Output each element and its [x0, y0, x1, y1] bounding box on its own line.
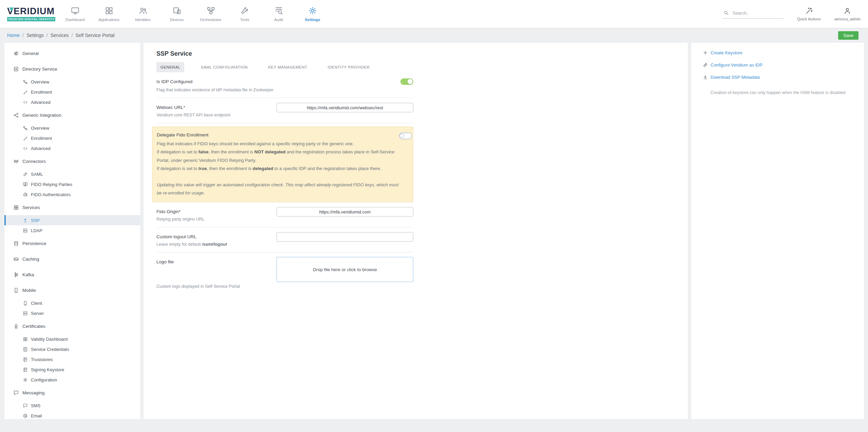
- sidebar-item-connectors-saml[interactable]: SAML: [4, 169, 140, 179]
- breadcrumb-item-home[interactable]: Home: [7, 33, 20, 38]
- sidebar-item-certificates-truststores[interactable]: Truststores: [4, 354, 140, 364]
- settings-icon: [308, 6, 317, 15]
- panel-link-label: Configure Veridium as IDP: [711, 62, 762, 68]
- panel-links: Create KeystoreConfigure Veridium as IDP…: [703, 46, 854, 83]
- sidebar-item-mobile-server[interactable]: Server: [4, 308, 140, 318]
- sidebar-item-label: Mobile: [22, 288, 36, 293]
- custom-logout-input[interactable]: [277, 232, 413, 242]
- sidebar-item-mobile[interactable]: Mobile: [4, 282, 140, 298]
- sidebar-item-services-ldap[interactable]: LDAP: [4, 225, 140, 236]
- nav-item-dashboard[interactable]: Dashboard: [58, 0, 92, 28]
- share-icon: [13, 112, 19, 118]
- sidebar-item-label: Validity Dashboard: [31, 337, 68, 342]
- sidebar-item-directory-service[interactable]: Directory Service: [4, 61, 140, 77]
- sidebar-item-messaging[interactable]: Messaging: [4, 385, 140, 400]
- search-input[interactable]: [732, 10, 783, 16]
- delegate-fido-toggle[interactable]: [399, 133, 412, 139]
- nav-item-tools[interactable]: Tools: [228, 0, 262, 28]
- orchestrator-icon: [206, 6, 215, 15]
- code-icon: [23, 100, 28, 105]
- is-idp-configured-label: Is IDP Configured: [156, 79, 192, 84]
- sidebar-item-label: Directory Service: [22, 67, 57, 72]
- create-keystore-link[interactable]: Create Keystore: [703, 46, 854, 59]
- sidebar-item-directory-service-advanced[interactable]: Advanced: [4, 97, 140, 107]
- sidebar-item-label: FIDO Relying Parties: [31, 182, 72, 187]
- sidebar-item-connectors-fido-relying-parties[interactable]: FIDO Relying Parties: [4, 179, 140, 189]
- applications-icon: [105, 6, 114, 15]
- sidebar-item-certificates-service-credentials[interactable]: Service Credentials: [4, 344, 140, 354]
- nav-item-settings[interactable]: Settings: [296, 0, 329, 28]
- sidebar-item-mobile-client[interactable]: Client: [4, 298, 140, 308]
- main-nav: DashboardApplicationsIdentitiesDevicesOr…: [58, 0, 329, 28]
- user-menu[interactable]: aencica_admin: [834, 7, 861, 21]
- sidebar-item-generic-integration-enrollment[interactable]: Enrollment: [4, 133, 140, 143]
- steps-icon: [23, 90, 28, 95]
- breadcrumb-separator: /: [46, 33, 48, 38]
- ssp-general-form: Is IDP Configured Flag that indicates ex…: [156, 72, 413, 294]
- sidebar-item-label: FIDO Authenticators: [31, 192, 71, 197]
- tab-key-management[interactable]: KEY MANAGEMENT: [264, 62, 311, 72]
- sidebar-item-label: Advanced: [31, 146, 51, 151]
- sidebar-item-connectors-fido-authenticators[interactable]: FIDO Authenticators: [4, 189, 140, 200]
- server-icon: [23, 311, 28, 316]
- websec-url-input[interactable]: [277, 103, 413, 112]
- field-row-websec-url: Websec URL* Veridium core REST API base …: [156, 98, 413, 123]
- sidebar-item-certificates[interactable]: Certificates: [4, 318, 140, 334]
- download-ssp-metadata-link[interactable]: Download SSP Metadata: [703, 71, 854, 83]
- upload-icon: [23, 218, 28, 223]
- breadcrumb-item-settings[interactable]: Settings: [26, 33, 44, 38]
- sidebar-item-label: Client: [31, 301, 42, 306]
- breadcrumb-item-services[interactable]: Services: [51, 33, 69, 38]
- brand-name: VERIDIUM: [7, 6, 58, 16]
- sidebar-item-services-ssp[interactable]: SSP: [4, 215, 140, 225]
- sidebar-item-caching[interactable]: Caching: [4, 251, 140, 267]
- sidebar-item-label: Certificates: [22, 324, 45, 329]
- chat-icon: [23, 403, 28, 408]
- sidebar-item-label: Caching: [22, 257, 39, 262]
- is-idp-configured-toggle[interactable]: [400, 78, 413, 85]
- sidebar-item-general[interactable]: General: [4, 45, 140, 61]
- tab-saml-configuration[interactable]: SAML CONFIGURATION: [196, 62, 252, 72]
- sidebar-item-kafka[interactable]: Kafka: [4, 267, 140, 282]
- sidebar-item-certificates-configuration[interactable]: Configuration: [4, 375, 140, 385]
- logo-dropzone[interactable]: Drop file here or click to browse: [277, 257, 413, 282]
- tab-general[interactable]: GENERAL: [156, 62, 184, 72]
- drive-icon: [13, 256, 19, 262]
- nav-item-audit[interactable]: Audit: [262, 0, 296, 28]
- delegate-fido-label: Delegate Fido Enrollment: [157, 132, 402, 137]
- sidebar-item-generic-integration[interactable]: Generic Integration: [4, 107, 140, 123]
- sidebar-item-messaging-email[interactable]: Email: [4, 411, 140, 419]
- configure-veridium-as-idp-link[interactable]: Configure Veridium as IDP: [703, 59, 854, 71]
- custom-logout-description: Leave empty for default /saml/logout: [156, 242, 227, 247]
- delegate-fido-enrollment-section: Delegate Fido Enrollment Flag that indic…: [152, 127, 413, 202]
- sidebar-item-directory-service-enrollment[interactable]: Enrollment: [4, 87, 140, 97]
- sidebar-item-messaging-sms[interactable]: SMS: [4, 400, 140, 411]
- page-title: SSP Service: [156, 50, 688, 57]
- fido-origin-input[interactable]: [277, 207, 413, 217]
- sidebar-item-connectors[interactable]: Connectors: [4, 153, 140, 169]
- nav-item-orchestrator[interactable]: Orchestrator: [194, 0, 228, 28]
- sidebar-item-certificates-validity-dashboard[interactable]: Validity Dashboard: [4, 334, 140, 344]
- sidebar-item-generic-integration-overview[interactable]: Overview: [4, 123, 140, 133]
- nav-item-devices[interactable]: Devices: [160, 0, 194, 28]
- sidebar-item-label: Messaging: [22, 390, 44, 395]
- tab-identity-provider[interactable]: IDENTITY PROVIDER: [324, 62, 374, 72]
- nav-item-label: Devices: [170, 18, 184, 22]
- certificate-icon: [13, 323, 19, 329]
- toggle-knob: [408, 79, 413, 84]
- sidebar-item-services[interactable]: Services: [4, 200, 140, 215]
- quick-actions-button[interactable]: Quick Actions: [797, 7, 821, 21]
- sidebar-item-generic-integration-advanced[interactable]: Advanced: [4, 143, 140, 153]
- sidebar-item-certificates-signing-keystore[interactable]: Signing Keystore: [4, 364, 140, 375]
- download-icon: [703, 75, 708, 80]
- field-row-fido-origin: Fido Origin* Relying party origins URL: [156, 202, 413, 227]
- nav-item-applications[interactable]: Applications: [92, 0, 126, 28]
- nav-item-identities[interactable]: Identities: [126, 0, 160, 28]
- websec-url-description: Veridium core REST API base endpoint: [156, 113, 230, 117]
- sidebar-item-directory-service-overview[interactable]: Overview: [4, 77, 140, 87]
- kafka-icon: [13, 272, 19, 278]
- screen-user-icon: [23, 182, 28, 187]
- save-button[interactable]: Save: [838, 31, 858, 40]
- sliders-icon: [13, 51, 19, 56]
- sidebar-item-persistence[interactable]: Persistence: [4, 236, 140, 251]
